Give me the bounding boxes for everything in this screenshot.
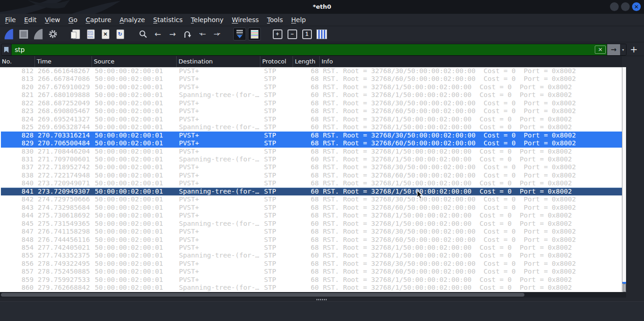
filter-apply-button[interactable]: →: [607, 44, 620, 55]
packet-row[interactable]: 837 272.718952742 50:00:00:02:00:01 PVST…: [1, 163, 622, 171]
packet-destination: PVST+: [178, 163, 261, 171]
packet-row[interactable]: 830 271.708446204 50:00:00:02:00:01 PVST…: [1, 148, 622, 155]
pane-splitter[interactable]: [0, 298, 644, 301]
open-file-button[interactable]: [69, 27, 83, 41]
packet-row[interactable]: 842 274.729750666 50:00:00:02:00:01 PVST…: [1, 195, 622, 203]
menu-wireless[interactable]: Wireless: [228, 14, 263, 26]
go-back-button[interactable]: ←: [151, 27, 165, 41]
packet-destination: PVST+: [178, 172, 261, 179]
packet-row[interactable]: 848 276.744456116 50:00:00:02:00:01 PVST…: [1, 236, 622, 244]
menu-tools[interactable]: Tools: [263, 14, 288, 26]
packet-info: RST. Root = 32768/1/50:00:00:02:00:00 Co…: [321, 91, 622, 99]
packet-row[interactable]: 838 272.722174948 50:00:00:02:00:01 PVST…: [1, 172, 622, 179]
menu-statistics[interactable]: Statistics: [149, 14, 187, 26]
packet-source: 50:00:00:02:00:01: [93, 284, 178, 292]
packet-source: 50:00:00:02:00:01: [93, 155, 178, 163]
filter-clear-button[interactable]: ✕: [595, 46, 606, 54]
packet-row[interactable]: 828 270.703316214 50:00:00:02:00:01 PVST…: [1, 132, 622, 139]
close-button[interactable]: ✕: [632, 2, 641, 11]
resize-columns-button[interactable]: [315, 27, 328, 41]
packet-row[interactable]: 860 279.762668842 50:00:00:02:00:01 Span…: [1, 284, 622, 292]
go-to-packet-button[interactable]: [180, 27, 194, 41]
packet-row[interactable]: 813 266.667847086 50:00:00:02:00:01 PVST…: [1, 75, 622, 83]
packet-row[interactable]: 847 276.741158298 50:00:00:02:00:01 PVST…: [1, 228, 622, 235]
menu-view[interactable]: View: [41, 14, 64, 26]
column-header-length[interactable]: Length: [293, 56, 320, 67]
filter-input[interactable]: [12, 46, 595, 53]
menu-analyze[interactable]: Analyze: [115, 14, 149, 26]
stop-capture-button[interactable]: [17, 27, 30, 41]
packet-row[interactable]: 820 267.676910029 50:00:00:02:00:01 PVST…: [1, 83, 622, 91]
splitter-handle-icon: [316, 299, 328, 300]
packet-no: 813: [1, 75, 36, 83]
packet-row[interactable]: 823 268.690805467 50:00:00:02:00:01 PVST…: [1, 107, 622, 115]
packet-row[interactable]: 844 275.730618692 50:00:00:02:00:01 PVST…: [1, 212, 622, 219]
menu-capture[interactable]: Capture: [81, 14, 115, 26]
packet-destination: PVST+: [178, 236, 261, 244]
normal-size-button[interactable]: 1: [300, 27, 314, 41]
packet-destination: PVST+: [178, 268, 261, 275]
filter-bar: ✕ → ▾ +: [0, 42, 644, 56]
close-file-button[interactable]: ✕: [98, 27, 112, 41]
packet-row[interactable]: 857 278.752450885 50:00:00:02:00:01 PVST…: [1, 268, 622, 275]
packet-info: RST. Root = 32768/60/50:00:00:02:00:00 C…: [321, 204, 622, 212]
capture-options-button[interactable]: [46, 27, 60, 41]
restart-capture-button[interactable]: [31, 27, 45, 41]
packet-row[interactable]: 859 279.759927533 50:00:00:02:00:01 PVST…: [1, 276, 622, 284]
column-header-time[interactable]: Time: [35, 56, 92, 67]
zoom-in-button[interactable]: +: [270, 27, 284, 41]
zoom-out-button[interactable]: −: [285, 27, 299, 41]
packet-row[interactable]: 841 273.720949307 50:00:00:02:00:01 Span…: [1, 188, 622, 195]
packet-row[interactable]: 854 277.742405021 50:00:00:02:00:01 PVST…: [1, 244, 622, 252]
start-capture-button[interactable]: [2, 27, 16, 41]
auto-scroll-button[interactable]: [233, 27, 247, 41]
column-header-protocol[interactable]: Protocol: [260, 56, 293, 67]
find-packet-button[interactable]: [136, 27, 150, 41]
packet-row[interactable]: 824 269.695241327 50:00:00:02:00:01 PVST…: [1, 115, 622, 123]
minus-icon: −: [288, 29, 297, 39]
packet-row[interactable]: 825 269.696328744 50:00:00:02:00:01 Span…: [1, 123, 622, 131]
packet-row[interactable]: 822 268.687252049 50:00:00:02:00:01 PVST…: [1, 99, 622, 107]
packet-row[interactable]: 831 271.709700601 50:00:00:02:00:01 Span…: [1, 155, 622, 163]
menu-item-label: File: [5, 16, 16, 23]
open-file-icon: [72, 29, 80, 39]
packet-row[interactable]: 812 266.661648267 50:00:00:02:00:01 PVST…: [1, 67, 622, 75]
menu-file[interactable]: File: [1, 14, 20, 26]
menu-help[interactable]: Help: [287, 14, 310, 26]
scrollbar-thumb[interactable]: [623, 284, 626, 292]
packet-row[interactable]: 829 270.706500484 50:00:00:02:00:01 PVST…: [1, 139, 622, 147]
colorize-button[interactable]: [247, 27, 261, 41]
stop-square-icon: [19, 30, 28, 39]
packet-info: RST. Root = 32768/60/50:00:00:02:00:00 C…: [321, 75, 622, 83]
filter-dropdown-button[interactable]: ▾: [620, 44, 626, 55]
go-forward-button[interactable]: →: [166, 27, 179, 41]
column-header-source[interactable]: Source: [92, 56, 177, 67]
add-filter-button[interactable]: +: [629, 44, 639, 54]
maximize-button[interactable]: [621, 2, 630, 11]
menu-go[interactable]: Go: [64, 14, 81, 26]
minimize-button[interactable]: [610, 2, 619, 11]
intelligent-scrollbar[interactable]: [622, 67, 626, 292]
menu-edit[interactable]: Edit: [20, 14, 40, 26]
menu-item-label: Capture: [86, 16, 111, 23]
packet-row[interactable]: 856 278.749322495 50:00:00:02:00:01 PVST…: [1, 260, 622, 268]
horizontal-scrollbar[interactable]: [0, 292, 626, 298]
menu-telephony[interactable]: Telephony: [187, 14, 228, 26]
column-header-destination[interactable]: Destination: [177, 56, 260, 67]
packet-row[interactable]: 840 273.720949071 50:00:00:02:00:01 PVST…: [1, 179, 622, 187]
packet-row[interactable]: 821 267.680109888 50:00:00:02:00:01 Span…: [1, 91, 622, 99]
reload-file-button[interactable]: ↻: [113, 27, 127, 41]
colored-lines: [251, 30, 259, 39]
packet-length: 68: [294, 276, 321, 284]
packet-row[interactable]: 843 274.732985684 50:00:00:02:00:01 PVST…: [1, 204, 622, 212]
column-header-no[interactable]: No.: [0, 56, 35, 67]
go-first-packet-button[interactable]: ·←: [195, 27, 209, 41]
packet-protocol: STP: [261, 83, 294, 91]
horizontal-scrollbar-thumb[interactable]: [1, 293, 524, 297]
go-last-packet-button[interactable]: →·: [210, 27, 224, 41]
save-file-button[interactable]: 0101 0110 0101: [84, 27, 98, 41]
packet-row[interactable]: 845 275.731549365 50:00:00:02:00:01 Span…: [1, 220, 622, 228]
packet-row[interactable]: 855 277.743352375 50:00:00:02:00:01 Span…: [1, 252, 622, 259]
filter-bookmark-button[interactable]: [1, 44, 12, 55]
column-header-info[interactable]: Info: [320, 56, 622, 67]
